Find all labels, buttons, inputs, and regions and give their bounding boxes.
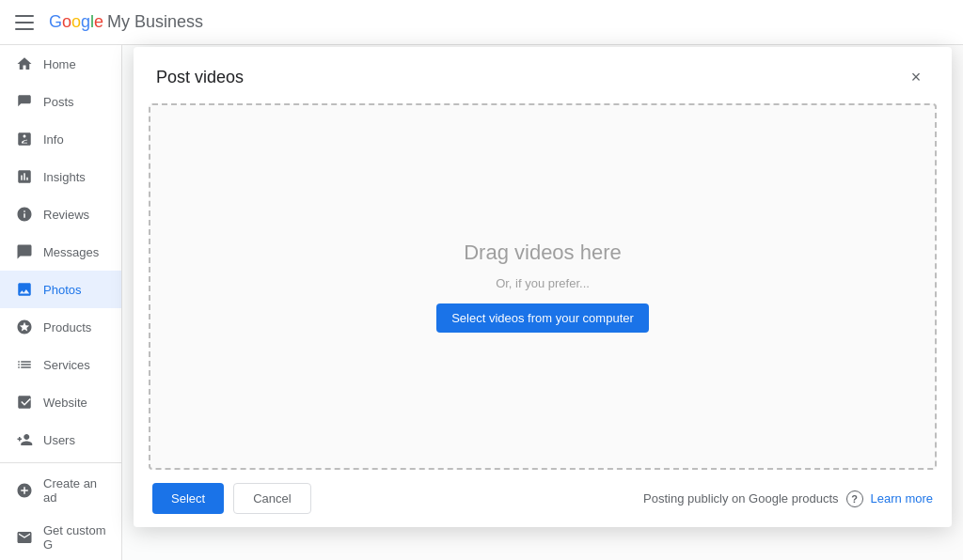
sidebar-divider: [0, 462, 121, 463]
sidebar-label-create-ad: Create an ad: [43, 476, 106, 505]
sidebar-label-get-custom: Get custom G: [43, 523, 106, 552]
modal-close-button[interactable]: ×: [903, 64, 929, 90]
messages-icon: [15, 242, 34, 261]
sidebar-label-info: Info: [43, 132, 64, 147]
create-ad-icon: [15, 481, 34, 500]
sidebar-label-users: Users: [43, 433, 75, 447]
sidebar-label-services: Services: [43, 358, 90, 372]
sidebar-label-messages: Messages: [43, 245, 99, 259]
reviews-icon: [15, 205, 34, 224]
learn-more-link[interactable]: Learn more: [871, 491, 933, 506]
modal-footer: Select Cancel Posting publicly on Google…: [134, 470, 952, 527]
sidebar-item-info[interactable]: Info: [0, 120, 121, 158]
modal-container: Post videos × Drag videos here Or, if yo…: [122, 47, 963, 560]
dropzone-or-text: Or, if you prefer...: [496, 276, 590, 290]
sidebar-item-messages[interactable]: Messages: [0, 233, 121, 271]
dropzone[interactable]: Drag videos here Or, if you prefer... Se…: [149, 103, 937, 470]
sidebar-item-services[interactable]: Services: [0, 346, 121, 383]
sidebar-item-create-ad[interactable]: Create an ad: [0, 467, 121, 514]
dropzone-main-text: Drag videos here: [464, 241, 622, 265]
sidebar-item-posts[interactable]: Posts: [0, 83, 121, 120]
sidebar-label-home: Home: [43, 57, 76, 71]
sidebar-label-photos: Photos: [43, 283, 81, 297]
insights-icon: [15, 167, 34, 186]
sidebar-item-insights[interactable]: Insights: [0, 158, 121, 195]
top-bar: Google My Business: [0, 0, 963, 45]
sidebar-item-website[interactable]: Website: [0, 383, 121, 421]
hamburger-menu[interactable]: [15, 15, 34, 30]
cancel-button[interactable]: Cancel: [233, 483, 310, 514]
footer-left: Select Cancel: [152, 483, 311, 514]
select-videos-button[interactable]: Select videos from your computer: [436, 303, 649, 333]
sidebar-label-website: Website: [43, 396, 87, 410]
sidebar-item-home[interactable]: Home: [0, 45, 121, 83]
services-icon: [15, 355, 34, 374]
help-icon[interactable]: ?: [846, 490, 863, 507]
sidebar-label-reviews: Reviews: [43, 208, 89, 222]
modal-box: Post videos × Drag videos here Or, if yo…: [134, 47, 952, 527]
logo: Google My Business: [49, 12, 203, 32]
photos-icon: [15, 280, 34, 299]
sidebar-label-insights: Insights: [43, 170, 86, 184]
sidebar-item-users[interactable]: Users: [0, 421, 121, 459]
products-icon: [15, 318, 34, 336]
logo-rest: My Business: [107, 12, 203, 32]
logo-google: Google: [49, 12, 103, 32]
info-icon: [15, 130, 34, 148]
modal-header: Post videos ×: [134, 47, 952, 103]
footer-right: Posting publicly on Google products ? Le…: [643, 490, 933, 507]
sidebar: Home Posts Info Insights Reviews Message…: [0, 45, 122, 560]
posts-icon: [15, 92, 34, 111]
users-icon: [15, 430, 34, 449]
sidebar-item-reviews[interactable]: Reviews: [0, 195, 121, 233]
website-icon: [15, 393, 34, 412]
mail-icon: [15, 528, 34, 547]
sidebar-label-posts: Posts: [43, 95, 74, 109]
modal-title: Post videos: [156, 68, 244, 87]
sidebar-item-photos[interactable]: Photos: [0, 271, 121, 308]
sidebar-item-get-custom[interactable]: Get custom G: [0, 514, 121, 560]
home-icon: [15, 54, 34, 73]
posting-text: Posting publicly on Google products: [643, 491, 838, 506]
sidebar-label-products: Products: [43, 320, 91, 334]
select-button[interactable]: Select: [152, 483, 224, 514]
sidebar-item-products[interactable]: Products: [0, 308, 121, 346]
